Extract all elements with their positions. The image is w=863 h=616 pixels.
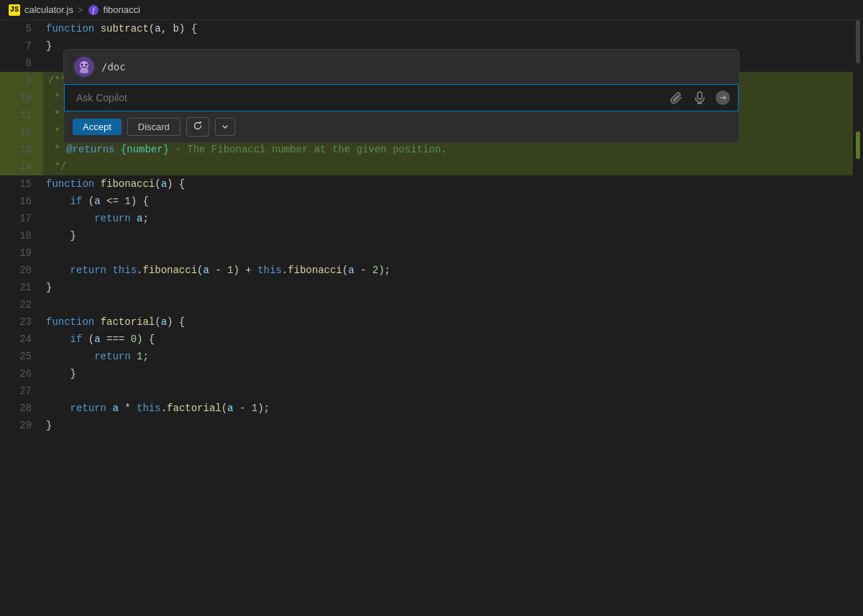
line-content: function factorial(a) { [43,313,853,331]
js-file-icon: JS [9,4,20,16]
line-number: 26 [0,365,43,382]
copilot-input-row[interactable] [64,84,739,111]
line-number: 22 [0,296,43,313]
line-content [43,382,853,400]
scrollbar-thumb[interactable] [856,20,860,63]
code-line: 17 return a; [0,210,853,227]
code-line: 5function subtract(a, b) { [0,20,853,37]
accept-button[interactable]: Accept [73,119,122,135]
line-content: if (a === 0) { [43,331,853,348]
line-number: 29 [0,417,43,434]
line-number: 24 [0,331,43,348]
line-content: return a; [43,210,853,227]
function-icon: f [88,4,99,16]
microphone-icon [693,91,706,104]
copilot-actions: Accept Discard [64,111,739,142]
line-number: 20 [0,262,43,279]
line-content: * @returns {number} - The Fibonacci numb… [45,141,853,158]
line-number: 10 [0,89,43,106]
line-number: 14 [0,158,43,175]
line-content: } [43,417,853,434]
paperclip-icon [670,91,683,104]
code-line: 23function factorial(a) { [0,313,853,331]
code-line: 25 return 1; [0,348,853,365]
line-number: 21 [0,279,43,296]
send-button[interactable] [715,90,731,106]
line-number: 25 [0,348,43,365]
code-line: 28 return a * this.factorial(a - 1); [0,400,853,417]
line-number: 27 [0,382,43,400]
line-content: function subtract(a, b) { [43,20,853,37]
code-line: 24 if (a === 0) { [0,331,853,348]
copilot-command: /doc [101,61,126,73]
copilot-avatar [74,57,94,77]
svg-point-5 [86,64,88,66]
copilot-ask-input[interactable] [72,89,669,106]
line-number: 23 [0,313,43,331]
svg-point-4 [81,64,83,66]
code-line: 16 if (a <= 1) { [0,193,853,210]
scrollbar-thumb-ai [856,132,860,159]
code-line: 29} [0,417,853,434]
microphone-button[interactable] [692,90,708,106]
line-number: 16 [0,193,43,210]
line-number: 19 [0,244,43,262]
svg-rect-6 [80,69,88,73]
line-number: 7 [0,37,43,55]
code-line: 22 [0,296,853,313]
line-number: 15 [0,175,43,193]
line-content: return 1; [43,348,853,365]
line-content: return this.fibonacci(a - 1) + this.fibo… [43,262,853,279]
copilot-header: /doc [64,50,739,84]
breadcrumb-funcname[interactable]: fibonacci [104,4,140,15]
breadcrumb-filename[interactable]: calculator.js [24,4,73,15]
line-content: } [43,365,853,382]
attach-button[interactable] [669,90,685,106]
code-line: 20 return this.fibonacci(a - 1) + this.f… [0,262,853,279]
code-line: 27 [0,382,853,400]
line-number: 17 [0,210,43,227]
refresh-button[interactable] [186,117,209,137]
line-number: 8 [0,55,43,72]
code-line: 14 */ [0,158,853,175]
code-line: 19 [0,244,853,262]
svg-rect-7 [698,92,702,99]
code-line: 18 } [0,227,853,244]
line-content: if (a <= 1) { [43,193,853,210]
line-number: 5 [0,20,43,37]
copilot-icon-group [669,90,731,106]
line-number: 12 [0,124,43,141]
discard-button[interactable]: Discard [127,118,181,136]
line-number: 9 [0,72,43,89]
line-content: function fibonacci(a) { [43,175,853,193]
line-number: 28 [0,400,43,417]
line-number: 13 [0,141,43,158]
line-content: return a * this.factorial(a - 1); [43,400,853,417]
chevron-down-icon [222,123,229,130]
dropdown-button[interactable] [215,118,235,136]
line-content: } [43,279,853,296]
code-line: 15function fibonacci(a) { [0,175,853,193]
svg-point-3 [80,61,88,70]
line-content [43,296,853,313]
line-content: */ [45,158,853,175]
code-line: 26 } [0,365,853,382]
code-line: 21} [0,279,853,296]
copilot-panel: /doc [63,49,739,143]
send-icon [715,90,731,106]
line-content: } [43,227,853,244]
line-number: 11 [0,106,43,124]
refresh-icon [193,121,203,131]
breadcrumb-separator: > [78,4,83,15]
breadcrumb-bar: JS calculator.js > f fibonacci [0,0,863,20]
copilot-avatar-icon [74,57,94,77]
line-number: 18 [0,227,43,244]
line-content [43,244,853,262]
code-line: 13 * @returns {number} - The Fibonacci n… [0,141,853,158]
scrollbar-track[interactable] [853,20,863,616]
